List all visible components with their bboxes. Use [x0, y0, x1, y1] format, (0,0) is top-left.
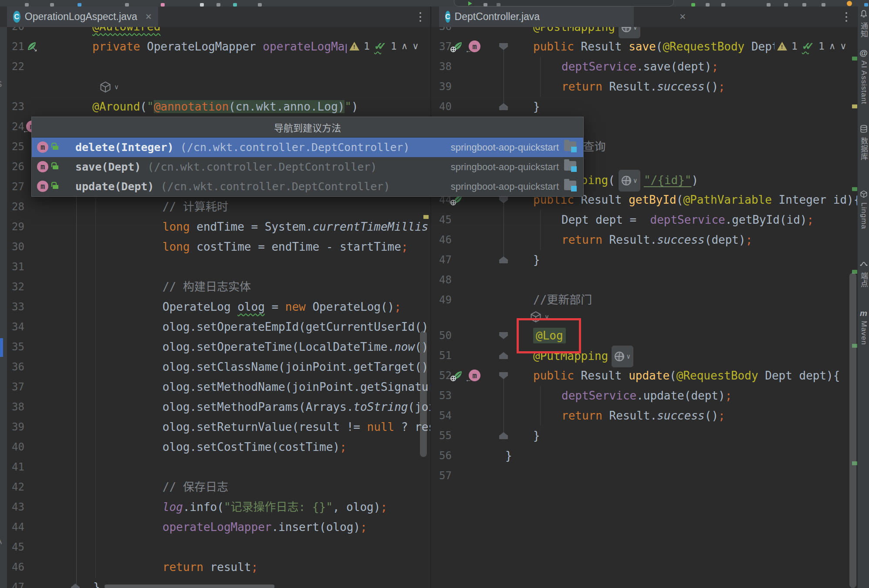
code-line: return Result.success();: [561, 77, 725, 97]
line-number: 22: [6, 57, 24, 77]
toolbar-icon-fragment[interactable]: [161, 3, 165, 7]
line-number: 36: [433, 27, 452, 37]
fold-marker[interactable]: [71, 584, 80, 588]
left-editor-vertical-scrollbar[interactable]: [420, 331, 427, 457]
line-number: 49: [433, 290, 452, 310]
more-options-icon[interactable]: [843, 11, 849, 23]
right-editor-vertical-scrollbar[interactable]: [849, 273, 856, 588]
indent-guide: [540, 210, 541, 250]
open-in-http-client-icon[interactable]: ∨: [612, 346, 633, 367]
request-mapping-icon[interactable]: [452, 40, 464, 53]
fold-marker[interactable]: [499, 352, 508, 359]
fold-marker[interactable]: [499, 372, 508, 379]
popup-item-method: update(Dept): [75, 180, 154, 193]
prev-issue-icon[interactable]: ∧: [401, 41, 408, 51]
request-mapping-icon[interactable]: [452, 370, 464, 382]
toolbar-icon-fragment[interactable]: [216, 3, 220, 7]
method-icon: m: [37, 161, 48, 172]
class-c-icon: C: [445, 11, 450, 23]
close-icon[interactable]: ✕: [145, 12, 152, 22]
right-editor-tabbar: C DeptController.java ✕: [431, 7, 857, 27]
right-editor[interactable]: 36@PostMapping∨37m←public Result save(@R…: [431, 27, 857, 588]
tool-stripe-label: 数据库: [858, 137, 869, 161]
toolbar-icon-fragment[interactable]: [864, 3, 868, 7]
code-line: olog.setMethodName(joinPoint.getSignatur…: [162, 377, 430, 397]
method-icon: m: [37, 141, 48, 153]
passed-count: 1: [391, 40, 397, 52]
spring-bean-icon[interactable]: ↘: [26, 40, 38, 53]
code-line: olog.setOperateTime(LocalDateTime.now())…: [162, 337, 430, 357]
toolbar-icon-fragment[interactable]: [767, 3, 771, 7]
warning-icon[interactable]: !: [349, 42, 359, 50]
line-number: 46: [433, 230, 452, 250]
toolbar-icon-fragment[interactable]: [497, 3, 500, 7]
more-options-icon[interactable]: [417, 11, 423, 23]
toolbar-icon-fragment[interactable]: [721, 3, 725, 7]
fold-line: [504, 376, 504, 436]
tool-stripe-item-lingma[interactable]: Lingma: [858, 190, 869, 229]
aop-advice-icon[interactable]: m←: [469, 370, 481, 382]
popup-item-method: save(Dept): [75, 161, 141, 173]
line-number: 21: [6, 37, 24, 57]
popup-item-location: (/cn.wkt.controller.DeptController): [174, 141, 410, 154]
aop-advice-icon[interactable]: m←: [469, 40, 481, 53]
toolbar-icon-fragment[interactable]: [200, 3, 204, 7]
left-editor-horizontal-scrollbar[interactable]: [105, 585, 274, 588]
lingma-inline-icon[interactable]: ∨: [99, 81, 119, 93]
inspection-widget: ! 1 ✓✓ 1 ∧ ∨: [347, 37, 422, 56]
toolbar-icon-fragment[interactable]: [233, 3, 237, 7]
fold-marker[interactable]: [499, 103, 508, 110]
tab-operationlogaspect[interactable]: C OperationLogAspect.java ✕: [7, 7, 158, 27]
tab-deptcontroller[interactable]: C DeptController.java ✕: [439, 7, 634, 27]
toolbar-icon-fragment[interactable]: [802, 3, 806, 7]
warning-icon[interactable]: !: [777, 42, 787, 50]
popup-item-delete[interactable]: mdelete(Integer) (/cn.wkt.controller.Dep…: [32, 138, 583, 157]
ok-checks-icon[interactable]: ✓✓: [802, 40, 814, 52]
fold-marker[interactable]: [499, 43, 508, 50]
fold-marker[interactable]: [499, 432, 508, 439]
close-icon[interactable]: ✕: [679, 12, 686, 22]
toolbar-icon-fragment[interactable]: [784, 3, 788, 7]
toolbar-icon-fragment[interactable]: [25, 3, 29, 7]
prev-issue-icon[interactable]: ∧: [829, 41, 835, 51]
main-toolbar-clipped: [0, 0, 869, 7]
tool-stripe-item-maven[interactable]: mMaven: [858, 309, 869, 345]
tool-stripe-item-ai-assistant[interactable]: @AI Assistant: [858, 48, 869, 104]
fold-marker[interactable]: [499, 332, 508, 339]
fold-marker[interactable]: [499, 256, 508, 263]
notification-dot-icon[interactable]: [847, 1, 852, 6]
toolbar-icon-fragment[interactable]: [50, 3, 54, 7]
ok-checks-icon[interactable]: ✓✓: [374, 40, 386, 52]
line-number: 46: [6, 557, 24, 577]
toolbar-icon-fragment[interactable]: [822, 3, 825, 7]
line-number: 39: [6, 417, 24, 437]
code-line: @PostMapping∨: [533, 27, 644, 37]
toolbar-icon-fragment[interactable]: [484, 3, 487, 7]
code-line: deptService.update(dept);: [561, 386, 732, 406]
indent-guide: [540, 386, 541, 426]
toolbar-icon-fragment[interactable]: [691, 3, 695, 7]
left-editor[interactable]: 20@Autowired21↘private OperateLogMapper …: [0, 27, 430, 588]
code-line: // 计算耗时: [162, 197, 228, 217]
next-issue-icon[interactable]: ∨: [840, 41, 846, 51]
tool-stripe-item-database[interactable]: 数据库: [858, 125, 869, 161]
line-number: 34: [6, 317, 24, 337]
code-line: }: [533, 97, 540, 117]
tool-stripe-item-bell[interactable]: 通知: [858, 10, 869, 38]
fold-marker[interactable]: [499, 196, 508, 203]
next-issue-icon[interactable]: ∨: [412, 41, 419, 51]
toolbar-icon-fragment[interactable]: [125, 3, 129, 7]
popup-item-save[interactable]: msave(Dept) (/cn.wkt.controller.DeptCont…: [32, 157, 583, 177]
line-number: 36: [6, 357, 24, 377]
toolbar-icon-fragment[interactable]: [78, 3, 81, 7]
tool-stripe-item-endpoints[interactable]: 端点: [858, 260, 869, 288]
run-icon[interactable]: [468, 1, 472, 6]
code-line: }: [93, 577, 100, 588]
open-in-http-client-icon[interactable]: ∨: [619, 170, 640, 192]
toolbar-icon-fragment[interactable]: [258, 3, 262, 7]
popup-item-update[interactable]: mupdate(Dept) (/cn.wkt.controller.DeptCo…: [32, 177, 583, 196]
toolbar-icon-fragment[interactable]: [706, 3, 710, 7]
stripe-label-fragment: A: [0, 536, 2, 546]
line-number: 39: [433, 77, 452, 97]
popup-item-module: springboot-aop-quickstart: [451, 138, 559, 157]
